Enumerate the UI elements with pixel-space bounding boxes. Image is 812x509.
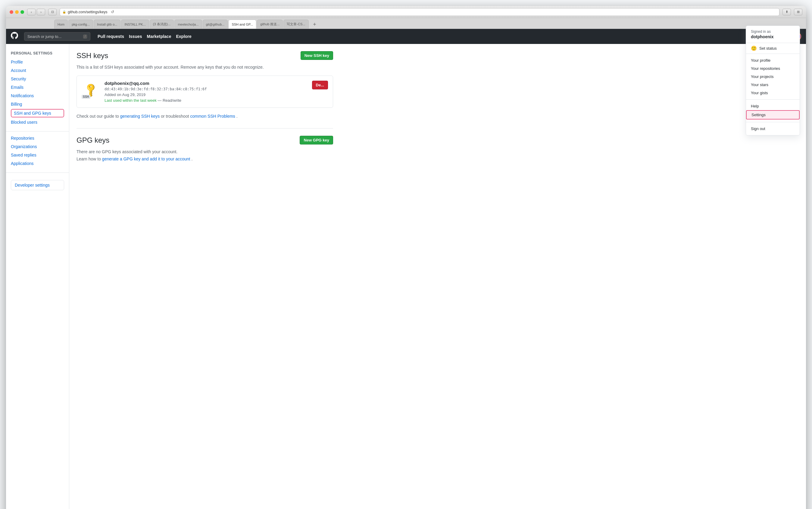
set-status-label: Set status: [759, 46, 777, 50]
tab-pkg-config[interactable]: pkg-config...: [68, 20, 93, 29]
maximize-button[interactable]: [21, 10, 24, 14]
dropdown-your-repos[interactable]: Your repositories: [746, 64, 800, 72]
set-status-button[interactable]: 🙂 Set status: [746, 43, 800, 54]
gpg-header: GPG keys New GPG key: [76, 136, 333, 144]
key-details: dotphoenix@qq.com dd:43:49:1b:9d:3e:fd:f…: [104, 81, 307, 103]
help-suffix: .: [236, 114, 238, 118]
section-divider: [76, 128, 333, 129]
new-ssh-key-button[interactable]: New SSH key: [300, 51, 333, 60]
dropdown-your-gists[interactable]: Your gists: [746, 89, 800, 97]
new-gpg-key-button[interactable]: New GPG key: [300, 136, 333, 144]
new-tab-button[interactable]: ⊞: [794, 9, 802, 15]
tab-git-github[interactable]: git@github...: [203, 20, 228, 29]
dropdown-sign-out[interactable]: Sign out: [746, 125, 800, 133]
github-header: Search or jump to... / Pull requests Iss…: [6, 29, 806, 44]
last-used-status: Last used within the last week: [104, 98, 157, 103]
dropdown-help[interactable]: Help: [746, 102, 800, 110]
key-icon-wrapper: 🔑 SSH: [82, 81, 100, 99]
main-content: SSH keys New SSH key This is a list of S…: [69, 44, 340, 509]
no-gpg-text: There are no GPG keys associated with yo…: [76, 149, 333, 154]
back-button[interactable]: ‹: [27, 9, 36, 15]
sidebar-item-saved-replies[interactable]: Saved replies: [6, 151, 69, 159]
sidebar-item-profile[interactable]: Profile: [6, 58, 69, 66]
github-logo[interactable]: [11, 32, 18, 41]
sidebar-heading: Personal settings: [6, 49, 69, 58]
generating-ssh-keys-link[interactable]: generating SSH keys: [120, 114, 160, 118]
address-text: github.com/settings/keys: [68, 10, 107, 14]
nav-marketplace[interactable]: Marketplace: [147, 34, 171, 39]
lock-icon: 🔒: [62, 10, 66, 13]
sidebar-item-security[interactable]: Security: [6, 75, 69, 83]
main-layout: Personal settings Profile Account Securi…: [6, 44, 806, 509]
sidebar-item-repositories[interactable]: Repositories: [6, 134, 69, 142]
ssh-title: SSH keys: [76, 52, 108, 60]
sidebar-item-blocked-users[interactable]: Blocked users: [6, 118, 69, 127]
gpg-section: GPG keys New GPG key There are no GPG ke…: [76, 136, 333, 161]
help-prefix: Check out our guide to: [76, 114, 119, 118]
search-bar[interactable]: Search or jump to... /: [24, 32, 90, 41]
ssh-description: This is a list of SSH keys associated wi…: [76, 65, 333, 70]
delete-key-button[interactable]: De...: [312, 81, 328, 90]
dropdown-username: dotphoenix: [751, 34, 795, 39]
share-button[interactable]: ⬆: [782, 9, 791, 15]
sidebar-item-developer-settings[interactable]: Developer settings: [15, 183, 50, 188]
dropdown-divider-2: [746, 122, 800, 122]
minimize-button[interactable]: [15, 10, 19, 14]
developer-settings-box: Developer settings: [11, 180, 64, 190]
reload-button[interactable]: ↺: [109, 9, 116, 15]
gpg-learn-link[interactable]: generate a GPG key and add it to your ac…: [102, 157, 190, 161]
dropdown-items: Your profile Your repositories Your proj…: [746, 54, 800, 135]
sidebar-item-account[interactable]: Account: [6, 66, 69, 75]
key-email: dotphoenix@qq.com: [104, 81, 307, 86]
common-ssh-problems-link[interactable]: common SSH Problems: [190, 114, 235, 118]
tab-meetecho[interactable]: meetecho/ja...: [174, 20, 202, 29]
tab-install-glib[interactable]: Install glib o...: [94, 20, 121, 29]
dropdown-signed-in: Signed in as: [751, 30, 795, 34]
sidebar-section-repos: Repositories Organizations Saved replies…: [6, 131, 69, 168]
add-tab-button[interactable]: +: [311, 20, 319, 29]
key-last-used: Last used within the last week — Read/wr…: [104, 98, 307, 103]
sidebar-item-organizations[interactable]: Organizations: [6, 142, 69, 151]
gpg-title: GPG keys: [76, 136, 109, 144]
address-bar[interactable]: 🔒 github.com/settings/keys ↺: [60, 8, 779, 16]
dropdown-your-profile[interactable]: Your profile: [746, 56, 800, 64]
dropdown-your-stars[interactable]: Your stars: [746, 81, 800, 89]
ssh-badge: SSH: [82, 95, 90, 99]
ssh-help-text: Check out our guide to generating SSH ke…: [76, 114, 333, 118]
sidebar-item-notifications[interactable]: Notifications: [6, 92, 69, 100]
sidebar-item-emails[interactable]: Emails: [6, 83, 69, 92]
search-kbd: /: [83, 35, 87, 38]
sidebar-item-applications[interactable]: Applications: [6, 159, 69, 168]
sidebar-item-billing[interactable]: Billing: [6, 100, 69, 108]
sidebar-item-ssh-gpg[interactable]: SSH and GPG keys: [11, 109, 64, 117]
forward-button[interactable]: ›: [37, 9, 45, 15]
dropdown-settings[interactable]: Settings: [746, 110, 800, 120]
nav-explore[interactable]: Explore: [176, 34, 191, 39]
nav-pull-requests[interactable]: Pull requests: [98, 34, 124, 39]
tab-ssh-gpg[interactable]: SSH and GP...: [228, 20, 256, 29]
sidebar: Personal settings Profile Account Securi…: [6, 44, 69, 509]
dropdown-header: Signed in as dotphoenix: [746, 26, 800, 43]
tab-hom[interactable]: Hom: [54, 20, 68, 29]
mac-titlebar: ‹ › ⊡ 🔒 github.com/settings/keys ↺ ⬆ ⊞: [6, 6, 806, 18]
close-button[interactable]: [10, 10, 13, 14]
browser-tabs: Hom pkg-config... Install glib o... INST…: [6, 18, 806, 29]
user-dropdown-menu: Signed in as dotphoenix 🙂 Set status You…: [746, 26, 800, 135]
tab-view-button[interactable]: ⊡: [48, 9, 57, 15]
tab-github-push[interactable]: github 推送...: [257, 20, 283, 29]
nav-buttons[interactable]: ‹ ›: [27, 9, 45, 15]
window-controls[interactable]: [10, 10, 24, 14]
help-text-middle: or troubleshoot: [161, 114, 189, 118]
last-used-separator: — Read/write: [158, 98, 181, 103]
tab-install-pk[interactable]: INSTALL PK...: [121, 20, 149, 29]
ssh-key-card: 🔑 SSH dotphoenix@qq.com dd:43:49:1b:9d:3…: [76, 75, 333, 108]
tab-messages[interactable]: (3 条消息)...: [150, 20, 174, 29]
key-fingerprint: dd:43:49:1b:9d:3e:fd:f8:32:37:ba:84:c8:7…: [104, 87, 307, 91]
main-nav: Pull requests Issues Marketplace Explore: [98, 34, 192, 39]
dropdown-your-projects[interactable]: Your projects: [746, 72, 800, 81]
gpg-learn-prefix: Learn how to: [76, 157, 101, 161]
tab-csdn[interactable]: 写文章-CS...: [284, 20, 308, 29]
gpg-learn-suffix: .: [191, 157, 192, 161]
nav-issues[interactable]: Issues: [129, 34, 142, 39]
ssh-header: SSH keys New SSH key: [76, 51, 333, 60]
